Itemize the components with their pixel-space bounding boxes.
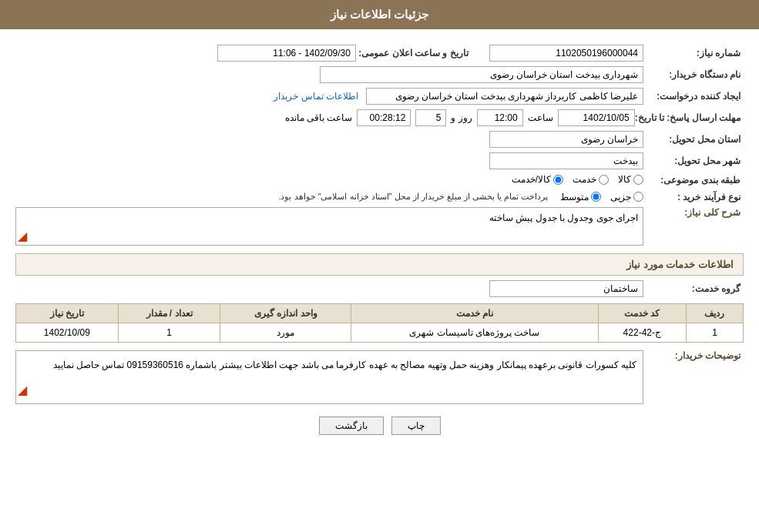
need-number-label: شماره نیاز: xyxy=(643,48,744,59)
cell-unit: مورد xyxy=(220,323,351,342)
need-description-box: اجرای جوی وجدول با جدول پیش ساخته ◢ xyxy=(15,207,643,246)
service-group-value: ساختمان xyxy=(489,280,643,297)
cell-name: ساخت پروژه‌های تاسیسات شهری xyxy=(351,323,598,342)
deadline-remaining-label: ساعت باقی مانده xyxy=(285,112,353,123)
announce-datetime-label: تاریخ و ساعت اعلان عمومی: xyxy=(358,48,471,59)
buyer-org-value: شهرداری بیدخت استان خراسان رضوی xyxy=(320,66,643,83)
service-group-label: گروه خدمت: xyxy=(643,283,744,294)
category-kala-radio[interactable] xyxy=(633,175,643,185)
announce-datetime-value: 1402/09/30 - 11:06 xyxy=(217,45,356,62)
deadline-date: 1402/10/05 xyxy=(558,109,635,126)
action-buttons: چاپ بازگشت xyxy=(15,417,744,435)
need-description-value: اجرای جوی وجدول با جدول پیش ساخته xyxy=(489,212,638,223)
col-service-code: کد خدمت xyxy=(598,303,686,323)
header-title: جزئیات اطلاعات نیاز xyxy=(331,8,428,21)
deadline-time: 12:00 xyxy=(477,109,523,126)
cell-row: 1 xyxy=(686,323,743,342)
deadline-time-label: ساعت xyxy=(528,112,553,123)
services-section-title: اطلاعات خدمات مورد نیاز xyxy=(15,253,744,276)
remarks-box: کلیه کسورات قانونی برعهده پیمانکار وهزین… xyxy=(15,350,643,404)
category-khedmat-item[interactable]: خدمت xyxy=(573,174,609,185)
category-label: طبقه بندی موضوعی: xyxy=(643,175,744,186)
purchase-type-radio-group: جزیی متوسط xyxy=(560,192,643,202)
services-table: ردیف کد خدمت نام خدمت واحد اندازه گیری ت… xyxy=(15,303,744,343)
category-kala-item[interactable]: کالا xyxy=(618,174,643,185)
category-radio-group: کالا خدمت کالا/خدمت xyxy=(512,174,643,185)
remarks-value: کلیه کسورات قانونی برعهده پیمانکار وهزین… xyxy=(53,360,636,370)
purchase-jozvi-radio[interactable] xyxy=(633,192,643,202)
need-description-label: شرح کلی نیاز: xyxy=(643,207,744,218)
province-value: خراسان رضوی xyxy=(489,131,643,148)
col-row-num: ردیف xyxy=(686,303,743,323)
purchase-jozvi-label: جزیی xyxy=(610,192,631,202)
page-header: جزئیات اطلاعات نیاز xyxy=(0,0,759,29)
cell-date: 1402/10/09 xyxy=(16,323,119,342)
purchase-jozvi-item[interactable]: جزیی xyxy=(610,192,643,202)
col-quantity: تعداد / مقدار xyxy=(118,303,220,323)
deadline-days-label: روز و xyxy=(451,112,472,123)
creator-label: ایجاد کننده درخواست: xyxy=(643,91,744,102)
city-value: بیدخت xyxy=(489,152,643,169)
deadline-remaining: 00:28:12 xyxy=(357,109,411,126)
purchase-mottavaset-radio[interactable] xyxy=(591,192,601,202)
col-date: تاریخ نیاز xyxy=(16,303,119,323)
category-khedmat-label: خدمت xyxy=(573,174,596,185)
category-kala-khedmat-item[interactable]: کالا/خدمت xyxy=(512,174,563,185)
buyer-org-label: نام دستگاه خریدار: xyxy=(643,69,744,80)
print-button[interactable]: چاپ xyxy=(391,417,441,435)
resize-icon-2: ◢ xyxy=(18,380,27,402)
creator-value: علیرضا کاظمی کاربرداز شهرداری بیدخت استا… xyxy=(366,88,643,105)
purchase-mottavaset-label: متوسط xyxy=(560,192,589,202)
deadline-days: 5 xyxy=(415,109,446,126)
resize-icon: ◢ xyxy=(18,229,27,243)
purchase-type-label: نوع فرآیند خرید : xyxy=(643,192,744,202)
contact-link[interactable]: اطلاعات تماس خریدار xyxy=(274,91,358,102)
category-kala-label: کالا xyxy=(618,174,631,185)
col-unit: واحد اندازه گیری xyxy=(220,303,351,323)
cell-code: ج-42-422 xyxy=(598,323,686,342)
category-kala-khedmat-label: کالا/خدمت xyxy=(512,174,551,185)
purchase-mottavaset-item[interactable]: متوسط xyxy=(560,192,601,202)
cell-quantity: 1 xyxy=(118,323,220,342)
purchase-type-note: پرداخت تمام یا بخشی از مبلغ خریدار از مح… xyxy=(278,192,548,202)
category-khedmat-radio[interactable] xyxy=(599,175,609,185)
need-number-value: 1102050196000044 xyxy=(489,45,643,62)
category-kala-khedmat-radio[interactable] xyxy=(553,175,563,185)
remarks-label: توضیحات خریدار: xyxy=(643,350,744,361)
deadline-label: مهلت ارسال پاسخ: تا تاریخ: xyxy=(635,112,744,123)
back-button[interactable]: بازگشت xyxy=(319,417,384,435)
col-service-name: نام خدمت xyxy=(351,303,598,323)
table-row: 1ج-42-422ساخت پروژه‌های تاسیسات شهریمورد… xyxy=(16,323,744,342)
province-label: استان محل تحویل: xyxy=(643,134,744,145)
city-label: شهر محل تحویل: xyxy=(643,156,744,166)
